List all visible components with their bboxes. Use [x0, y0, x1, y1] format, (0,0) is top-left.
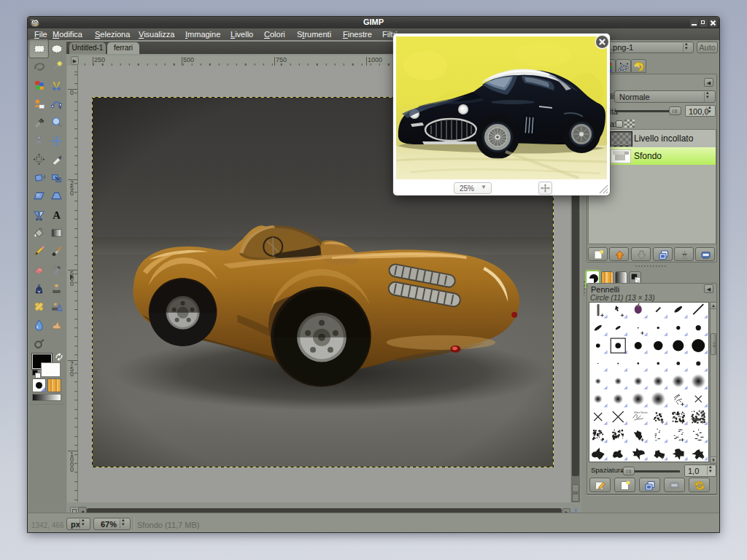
- svg-text:A: A: [53, 209, 61, 221]
- svg-text:Gilbert Nerwin: Gilbert Nerwin: [634, 411, 648, 414]
